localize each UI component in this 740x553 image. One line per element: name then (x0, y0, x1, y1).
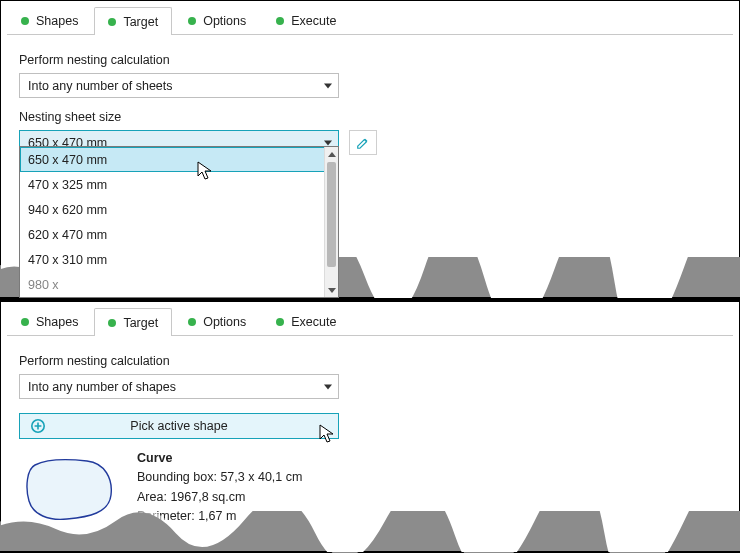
tab-label: Target (123, 316, 158, 330)
sheet-size-dropdown: 650 x 470 mm 470 x 325 mm 940 x 620 mm 6… (19, 146, 339, 298)
edit-sheet-size-button[interactable] (349, 130, 377, 155)
nesting-sheet-size-label: Nesting sheet size (19, 110, 721, 124)
status-dot-icon (188, 318, 196, 326)
shape-bbox: Bounding box: 57,3 x 40,1 cm (137, 468, 302, 487)
dropdown-item-label: 470 x 325 mm (28, 178, 107, 192)
dropdown-item-label: 620 x 470 mm (28, 228, 107, 242)
tab-label: Options (203, 14, 246, 28)
pencil-icon (356, 136, 370, 150)
status-dot-icon (21, 318, 29, 326)
tab-shapes[interactable]: Shapes (7, 7, 92, 35)
tab-options[interactable]: Options (174, 308, 260, 336)
dropdown-item-label: 980 x (28, 278, 59, 292)
tab-target[interactable]: Target (94, 7, 172, 35)
status-dot-icon (21, 17, 29, 25)
tab-shapes[interactable]: Shapes (7, 308, 92, 336)
dropdown-item[interactable]: 470 x 325 mm (20, 172, 338, 197)
perform-nesting-label: Perform nesting calculation (19, 354, 721, 368)
tabbar: Shapes Target Options Execute (7, 7, 733, 35)
tab-label: Shapes (36, 14, 78, 28)
scroll-thumb[interactable] (327, 162, 336, 267)
panel-shape-mode: Shapes Target Options Execute Perform ne… (0, 298, 740, 553)
pick-active-shape-button[interactable]: Pick active shape (19, 413, 339, 439)
perform-nesting-combo[interactable]: Into any number of shapes (19, 374, 339, 399)
dropdown-item[interactable]: 650 x 470 mm (20, 147, 338, 172)
tab-target[interactable]: Target (94, 308, 172, 336)
dropdown-item[interactable]: 470 x 310 mm (20, 247, 338, 272)
shape-perimeter: Perimeter: 1,67 m (137, 507, 302, 526)
status-dot-icon (108, 319, 116, 327)
dropdown-scrollbar[interactable] (324, 147, 338, 297)
shape-info: Curve Bounding box: 57,3 x 40,1 cm Area:… (137, 449, 302, 529)
tab-label: Shapes (36, 315, 78, 329)
shape-type: Curve (137, 449, 302, 468)
tab-label: Execute (291, 315, 336, 329)
dropdown-item-label: 650 x 470 mm (28, 153, 107, 167)
status-dot-icon (276, 318, 284, 326)
scroll-up-icon[interactable] (325, 147, 338, 161)
perform-nesting-label: Perform nesting calculation (19, 53, 721, 67)
tab-label: Target (123, 15, 158, 29)
dropdown-item-label: 940 x 620 mm (28, 203, 107, 217)
tab-execute[interactable]: Execute (262, 308, 350, 336)
pick-button-label: Pick active shape (20, 419, 338, 433)
chevron-down-icon (324, 83, 332, 88)
status-dot-icon (108, 18, 116, 26)
picked-shape-summary: Curve Bounding box: 57,3 x 40,1 cm Area:… (19, 449, 721, 529)
tab-options[interactable]: Options (174, 7, 260, 35)
plus-circle-icon (30, 418, 46, 434)
combo-value: Into any number of shapes (28, 380, 176, 394)
status-dot-icon (276, 17, 284, 25)
tabbar: Shapes Target Options Execute (7, 308, 733, 336)
shape-thumbnail (19, 449, 119, 529)
tab-execute[interactable]: Execute (262, 7, 350, 35)
status-dot-icon (188, 17, 196, 25)
tab-label: Execute (291, 14, 336, 28)
target-tab-content: Perform nesting calculation Into any num… (1, 336, 739, 529)
combo-value: Into any number of sheets (28, 79, 173, 93)
target-tab-content: Perform nesting calculation Into any num… (1, 35, 739, 155)
panel-sheet-mode: Shapes Target Options Execute Perform ne… (0, 0, 740, 298)
shape-area: Area: 1967,8 sq.cm (137, 488, 302, 507)
chevron-down-icon (324, 384, 332, 389)
chevron-down-icon (324, 140, 332, 145)
dropdown-item[interactable]: 940 x 620 mm (20, 197, 338, 222)
dropdown-item[interactable]: 980 x (20, 272, 338, 297)
scroll-down-icon[interactable] (325, 283, 338, 297)
dropdown-item-label: 470 x 310 mm (28, 253, 107, 267)
perform-nesting-combo[interactable]: Into any number of sheets (19, 73, 339, 98)
dropdown-item[interactable]: 620 x 470 mm (20, 222, 338, 247)
tab-label: Options (203, 315, 246, 329)
